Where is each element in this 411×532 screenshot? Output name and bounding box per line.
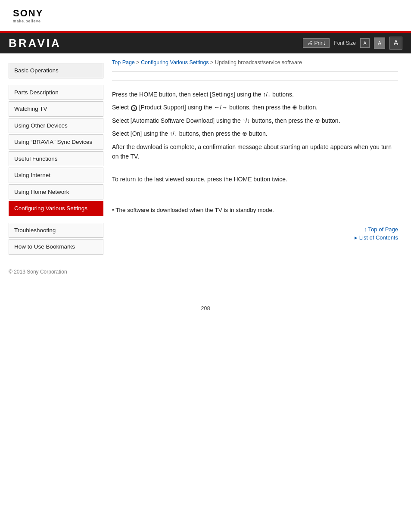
- header-bar: BRAVIA 🖨 Print Font Size A A A: [0, 31, 411, 53]
- breadcrumb: Top Page > Configuring Various Settings …: [112, 58, 398, 65]
- note-text-1: • The software is downloaded when the TV…: [112, 207, 274, 213]
- breadcrumb-sep1: >: [136, 59, 141, 65]
- list-of-contents-link[interactable]: ▸ List of Contents: [112, 234, 398, 241]
- breadcrumb-current: Updating broadcast/service software: [215, 59, 302, 65]
- step1-text: Press the HOME button, then select [Sett…: [112, 90, 398, 99]
- content-body: Press the HOME button, then select [Sett…: [112, 87, 398, 190]
- sidebar-item-using-other-devices[interactable]: Using Other Devices: [9, 118, 103, 134]
- sidebar-item-using-bravia-sync[interactable]: Using “BRAVIA” Sync Devices: [9, 134, 103, 150]
- return-note-text: To return to the last viewed source, pre…: [112, 174, 398, 184]
- font-size-large-button[interactable]: A: [389, 37, 402, 50]
- sidebar-item-using-internet[interactable]: Using Internet: [9, 168, 103, 183]
- sony-tagline: make.believe: [13, 19, 398, 23]
- font-size-label: Font Size: [334, 40, 356, 46]
- content-area: Top Page > Configuring Various Settings …: [103, 53, 411, 260]
- sidebar: Basic Operations Parts Description Watch…: [0, 53, 103, 260]
- header-controls: 🖨 Print Font Size A A A: [303, 37, 402, 50]
- sidebar-item-configuring-settings[interactable]: Configuring Various Settings: [9, 201, 103, 216]
- font-size-small-button[interactable]: A: [360, 38, 370, 48]
- mid-divider: [112, 198, 398, 198]
- bravia-title: BRAVIA: [9, 37, 61, 50]
- sidebar-item-parts-description[interactable]: Parts Description: [9, 85, 103, 100]
- page-nav: ↑ Top of Page ▸ List of Contents: [112, 226, 398, 241]
- top-divider2: [112, 81, 398, 81]
- main-layout: Basic Operations Parts Description Watch…: [0, 53, 411, 260]
- product-support-icon: S: [131, 105, 137, 111]
- font-size-medium-button[interactable]: A: [374, 37, 385, 49]
- note-item-1: • The software is downloaded when the TV…: [112, 207, 398, 213]
- step4b-text: After the download is complete, a confir…: [112, 142, 398, 162]
- step2-pre: Select: [112, 104, 131, 111]
- print-label: Print: [314, 40, 325, 46]
- breadcrumb-top-page[interactable]: Top Page: [112, 59, 135, 65]
- footer: © 2013 Sony Corporation: [0, 264, 411, 279]
- sidebar-item-how-to-use-bookmarks[interactable]: How to Use Bookmarks: [9, 239, 103, 255]
- top-of-page-link[interactable]: ↑ Top of Page: [112, 226, 398, 233]
- note-section: • The software is downloaded when the TV…: [112, 204, 398, 218]
- sidebar-item-using-home-network[interactable]: Using Home Network: [9, 184, 103, 200]
- sidebar-item-basic-operations[interactable]: Basic Operations: [9, 63, 103, 78]
- top-divider: [112, 72, 398, 72]
- print-icon: 🖨: [308, 40, 313, 46]
- breadcrumb-sep2: >: [210, 59, 215, 65]
- sony-logo: SONY: [13, 8, 398, 19]
- step4-text: Select [On] using the ↑/↓ buttons, then …: [112, 129, 398, 138]
- step3-text: Select [Automatic Software Download] usi…: [112, 116, 398, 125]
- sidebar-item-watching-tv[interactable]: Watching TV: [9, 101, 103, 117]
- sidebar-item-troubleshooting[interactable]: Troubleshooting: [9, 223, 103, 238]
- breadcrumb-configuring[interactable]: Configuring Various Settings: [141, 59, 209, 65]
- step2-post: [Product Support] using the ←/→ buttons,…: [137, 104, 318, 111]
- page-number: 208: [0, 305, 411, 316]
- step2-text: Select S [Product Support] using the ←/→…: [112, 103, 398, 112]
- copyright: © 2013 Sony Corporation: [9, 269, 67, 275]
- logo-area: SONY make.believe: [0, 0, 411, 28]
- sidebar-item-useful-functions[interactable]: Useful Functions: [9, 151, 103, 167]
- print-button[interactable]: 🖨 Print: [303, 38, 330, 48]
